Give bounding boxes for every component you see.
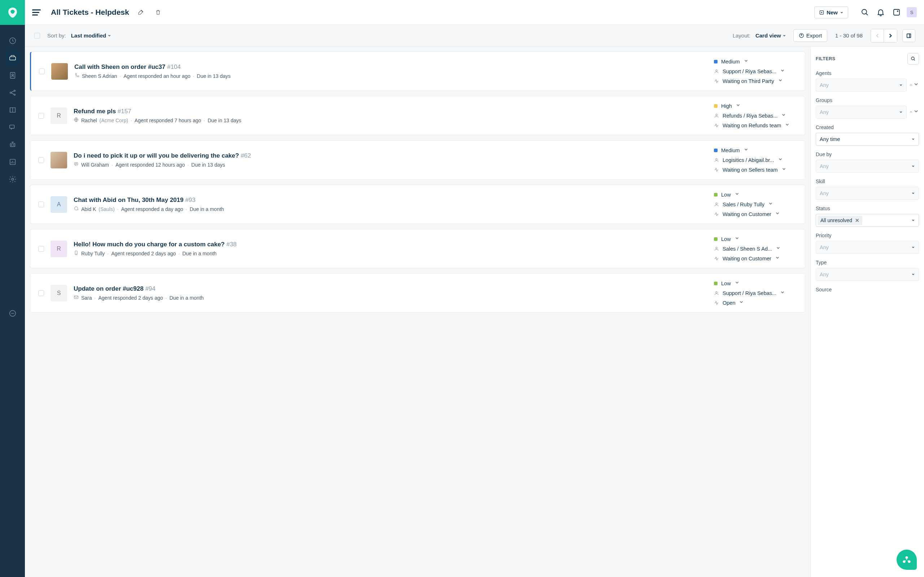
ticket-checkbox[interactable]	[38, 201, 44, 207]
ticket-priority[interactable]: Low	[714, 280, 797, 286]
ticket-contact[interactable]: Ruby Tully	[81, 251, 105, 256]
next-page-button[interactable]	[884, 29, 897, 42]
layout-value[interactable]: Card view	[756, 32, 786, 39]
ticket-status[interactable]: Waiting on Third Party	[714, 78, 797, 84]
ticket-assignee[interactable]: Sales / Sheen S Ad...	[714, 246, 797, 252]
svg-point-33	[911, 111, 912, 112]
ticket-meta: Ruby Tully · Agent responded 2 days ago …	[74, 250, 708, 256]
ticket-card[interactable]: R Hello! How much do you charge for a cu…	[30, 229, 805, 268]
groups-me-icon[interactable]	[909, 108, 919, 116]
ticket-contact[interactable]: Sheen S Adrian	[82, 73, 117, 79]
svg-rect-17	[894, 10, 900, 15]
ticket-contact[interactable]: Rachel	[81, 118, 97, 123]
ticket-meta: Rachel (Acme Corp) · Agent responded 7 h…	[74, 117, 708, 123]
svg-point-34	[906, 556, 908, 559]
user-avatar[interactable]: S	[907, 7, 917, 17]
ticket-title[interactable]: Refund me pls #157	[74, 108, 708, 115]
ticket-checkbox[interactable]	[38, 246, 44, 252]
nav-contacts[interactable]	[5, 68, 20, 82]
ticket-status[interactable]: Open	[714, 300, 797, 306]
ticket-status[interactable]: Waiting on Customer	[714, 255, 797, 261]
sort-value[interactable]: Last modified	[71, 32, 111, 39]
ticket-assignee[interactable]: Refunds / Riya Sebas...	[714, 113, 797, 119]
chevron-down-icon	[782, 32, 786, 39]
ticket-agent-resp: Agent responded 12 hours ago	[115, 162, 185, 168]
nav-dashboard[interactable]	[5, 34, 20, 48]
sidebar-nav	[5, 25, 20, 298]
apps-sparkle-icon[interactable]	[891, 6, 902, 18]
agents-me-icon[interactable]	[909, 82, 919, 89]
search-icon[interactable]	[859, 6, 871, 18]
nav-admin[interactable]	[5, 172, 20, 187]
nav-analytics[interactable]	[5, 155, 20, 169]
ticket-priority[interactable]: Low	[714, 236, 797, 242]
ticket-checkbox[interactable]	[38, 290, 44, 296]
ticket-status[interactable]: Waiting on Customer	[714, 211, 797, 217]
ticket-status[interactable]: Waiting on Sellers team	[714, 167, 797, 173]
notification-icon[interactable]	[875, 6, 887, 18]
filter-groups-select[interactable]: Any	[816, 106, 907, 119]
nav-tickets[interactable]	[5, 51, 20, 65]
ticket-assignee[interactable]: Logisitics / Abigail.br...	[714, 157, 797, 163]
app-logo[interactable]	[0, 0, 25, 25]
delete-icon[interactable]	[152, 6, 164, 18]
ticket-card[interactable]: Call with Sheen on order #uc37 #104 Shee…	[30, 52, 805, 91]
freshworks-fab[interactable]	[897, 550, 917, 570]
ticket-card[interactable]: R Refund me pls #157 Rachel (Acme Corp) …	[30, 96, 805, 135]
toggle-panel-button[interactable]	[902, 29, 915, 42]
svg-point-4	[11, 74, 13, 76]
ticket-contact[interactable]: Will Graham	[81, 162, 109, 168]
ticket-priority[interactable]: Medium	[714, 147, 797, 153]
filter-created-select[interactable]: Any time	[816, 133, 919, 146]
ticket-contact[interactable]: Sara	[81, 295, 92, 301]
edit-icon[interactable]	[135, 6, 147, 18]
ticket-checkbox[interactable]	[38, 157, 44, 163]
ticket-title[interactable]: Update on order #uc928 #94	[74, 285, 708, 292]
nav-freshworks[interactable]	[5, 306, 20, 321]
remove-tag-icon[interactable]: ✕	[855, 218, 859, 223]
ticket-assignee[interactable]: Support / Riya Sebas...	[714, 68, 797, 74]
ticket-checkbox[interactable]	[38, 113, 44, 119]
ticket-avatar: A	[50, 196, 67, 213]
filter-status-select[interactable]: All unresolved✕	[816, 214, 919, 227]
hamburger-menu[interactable]	[32, 10, 41, 16]
new-button[interactable]: New	[814, 6, 848, 18]
ticket-assignee[interactable]: Support / Riya Sebas...	[714, 290, 797, 296]
export-button[interactable]: Export	[793, 29, 827, 42]
source-icon	[74, 117, 79, 123]
nav-social[interactable]	[5, 85, 20, 100]
filter-dueby-select[interactable]: Any	[816, 160, 919, 173]
select-all-checkbox[interactable]	[34, 33, 40, 39]
ticket-title[interactable]: Call with Sheen on order #uc37 #104	[74, 63, 708, 71]
nav-forums[interactable]	[5, 120, 20, 134]
filter-skill-select[interactable]: Any	[816, 187, 919, 200]
nav-solutions[interactable]	[5, 103, 20, 117]
ticket-title[interactable]: Do i need to pick it up or will you be d…	[74, 152, 708, 160]
ticket-title[interactable]: Chat with Abid on Thu, 30th May 2019 #93	[74, 197, 708, 204]
ticket-card[interactable]: A Chat with Abid on Thu, 30th May 2019 #…	[30, 185, 805, 224]
ticket-title[interactable]: Hello! How much do you charge for a cust…	[74, 241, 708, 248]
ticket-priority[interactable]: Low	[714, 192, 797, 198]
filter-search-button[interactable]	[908, 53, 919, 64]
filter-groups-label: Groups	[816, 97, 919, 103]
filter-priority-select[interactable]: Any	[816, 241, 919, 254]
ticket-contact[interactable]: Abid K	[81, 206, 96, 212]
ticket-checkbox[interactable]	[39, 69, 45, 74]
filter-agents-select[interactable]: Any	[816, 79, 907, 92]
source-icon	[74, 250, 79, 256]
prev-page-button[interactable]	[871, 29, 884, 42]
ticket-priority[interactable]: Medium	[714, 58, 797, 64]
ticket-assignee[interactable]: Sales / Ruby Tully	[714, 201, 797, 207]
svg-rect-19	[907, 34, 911, 37]
content-area: Call with Sheen on order #uc37 #104 Shee…	[25, 47, 924, 577]
svg-point-20	[716, 69, 717, 71]
svg-point-24	[716, 158, 717, 160]
filter-type-select[interactable]: Any	[816, 268, 919, 281]
ticket-card[interactable]: Do i need to pick it up or will you be d…	[30, 140, 805, 180]
ticket-status[interactable]: Waiting on Refunds team	[714, 122, 797, 128]
svg-point-32	[910, 111, 911, 112]
svg-point-6	[14, 90, 15, 92]
ticket-priority[interactable]: High	[714, 103, 797, 109]
ticket-card[interactable]: S Update on order #uc928 #94 Sara · Agen…	[30, 273, 805, 313]
nav-bot[interactable]	[5, 137, 20, 152]
